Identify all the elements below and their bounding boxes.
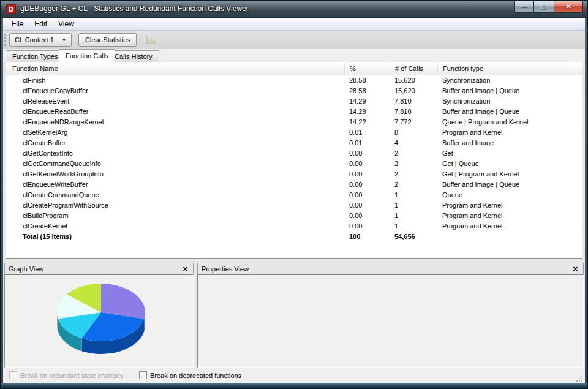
context-select-value: CL Context 1 xyxy=(15,36,54,43)
break-deprecated-checkbox[interactable] xyxy=(139,371,147,379)
cell-type: Synchronization xyxy=(437,96,571,107)
cell-name: clCreateBuffer xyxy=(6,138,344,148)
cell-calls: 4 xyxy=(390,138,437,148)
graph-view-panel: Graph View ✕ xyxy=(4,263,194,368)
close-icon[interactable]: ✕ xyxy=(571,263,579,274)
toolbar-separator xyxy=(75,33,75,47)
maximize-button[interactable]: ▢ xyxy=(534,1,554,13)
table-body: clFinish28.5815,620SynchronizationclEnqu… xyxy=(6,75,582,242)
table-row[interactable]: clGetCommandQueueInfo0.002Get | Queue xyxy=(6,159,582,169)
properties-view-content xyxy=(197,274,584,368)
close-icon[interactable]: ✕ xyxy=(181,263,189,274)
cell-name: clSetKernelArg xyxy=(6,127,344,138)
column-percent[interactable]: % xyxy=(344,62,390,75)
resize-grip[interactable] xyxy=(576,375,583,382)
cell-pct: 0.00 xyxy=(344,190,390,200)
menu-file[interactable]: File xyxy=(6,18,29,30)
cell-calls: 15,620 xyxy=(390,75,437,86)
window-frame-bottom xyxy=(1,383,587,388)
close-button[interactable]: ✕ xyxy=(554,1,583,13)
cell-name: clEnqueueCopyBuffer xyxy=(6,86,344,96)
table-row[interactable]: clEnqueueWriteBuffer0.002Buffer and Imag… xyxy=(6,179,582,190)
table-row[interactable]: clGetContextInfo0.002Get xyxy=(6,148,582,159)
window-title: gDEBugger GL + CL - Statistics and Redun… xyxy=(20,1,249,18)
cell-name: clCreateProgramWithSource xyxy=(6,200,344,211)
cell-calls: 2 xyxy=(390,159,437,169)
cell-pct: 0.00 xyxy=(344,159,390,169)
cell-calls: 2 xyxy=(390,169,437,179)
cell-pct: 14.29 xyxy=(344,96,390,107)
table-row[interactable]: clSetKernelArg0.018Program and Kernel xyxy=(6,127,582,138)
cell-calls: 7,810 xyxy=(390,96,437,107)
table-row[interactable]: clFinish28.5815,620Synchronization xyxy=(6,75,582,86)
properties-view-titlebar[interactable]: Properties View ✕ xyxy=(197,263,584,275)
app-window: D gDEBugger GL + CL - Statistics and Red… xyxy=(0,0,588,389)
menubar: File Edit View xyxy=(1,18,587,31)
bar-chart-icon[interactable] xyxy=(145,34,157,45)
cell-calls: 1 xyxy=(390,221,437,232)
table-row[interactable]: clCreateProgramWithSource0.001Program an… xyxy=(6,200,582,211)
cell-name: Total (15 items) xyxy=(6,232,344,242)
table-row[interactable]: clEnqueueNDRangeKernel14.227,772Queue | … xyxy=(6,117,582,127)
titlebar[interactable]: D gDEBugger GL + CL - Statistics and Red… xyxy=(1,1,587,18)
cell-calls: 7,772 xyxy=(390,117,437,127)
graph-view-titlebar[interactable]: Graph View ✕ xyxy=(4,263,194,275)
cell-type: Get | Program and Kernel xyxy=(437,169,571,179)
graph-view-content xyxy=(4,274,194,368)
statistics-table: Function Name % # of Calls Function type… xyxy=(6,62,582,259)
cell-calls: 1 xyxy=(390,190,437,200)
cell-pct: 0.00 xyxy=(344,211,390,221)
cell-pct: 0.00 xyxy=(344,179,390,190)
cell-type: Program and Kernel xyxy=(437,211,571,221)
table-row[interactable]: clGetKernelWorkGroupInfo0.002Get | Progr… xyxy=(6,169,582,179)
cell-pct: 28.58 xyxy=(344,75,390,86)
table-row[interactable]: Total (15 items)10054,656 xyxy=(6,232,582,242)
gdebugger-logo-icon: D xyxy=(6,4,16,14)
break-redundant-label: Break on redundant state changes xyxy=(20,372,123,379)
table-row[interactable]: clCreateBuffer0.014Buffer and Image xyxy=(6,138,582,148)
properties-view-panel: Properties View ✕ xyxy=(197,263,584,368)
toolbar-separator xyxy=(140,33,140,47)
cell-name: clBuildProgram xyxy=(6,211,344,221)
tab-function-calls[interactable]: Function Calls xyxy=(59,49,115,62)
table-row[interactable]: clEnqueueReadBuffer14.297,810Buffer and … xyxy=(6,107,582,117)
clear-statistics-button[interactable]: Clear Statistics xyxy=(78,33,137,47)
column-function-name[interactable]: Function Name xyxy=(6,62,344,75)
cell-pct: 0.00 xyxy=(344,169,390,179)
cell-name: clGetContextInfo xyxy=(6,148,344,159)
cell-calls: 8 xyxy=(390,127,437,138)
cell-calls: 54,656 xyxy=(390,232,437,242)
menu-edit[interactable]: Edit xyxy=(29,18,53,30)
context-select[interactable]: CL Context 1 ▼ xyxy=(9,33,72,47)
cell-type: Program and Kernel xyxy=(437,127,571,138)
column-num-calls[interactable]: # of Calls xyxy=(390,62,437,75)
table-row[interactable]: clBuildProgram0.001Program and Kernel xyxy=(6,211,582,221)
column-function-type[interactable]: Function type xyxy=(437,62,571,75)
tab-function-types[interactable]: Function Types xyxy=(6,50,64,62)
toolbar-grip[interactable] xyxy=(4,34,6,46)
table-row[interactable]: clReleaseEvent14.297,810Synchronization xyxy=(6,96,582,107)
table-header[interactable]: Function Name % # of Calls Function type xyxy=(6,62,582,75)
cell-pct: 14.22 xyxy=(344,117,390,127)
cell-name: clEnqueueReadBuffer xyxy=(6,107,344,117)
cell-calls: 7,810 xyxy=(390,107,437,117)
table-row[interactable]: clCreateCommandQueue0.001Queue xyxy=(6,190,582,200)
cell-name: clEnqueueNDRangeKernel xyxy=(6,117,344,127)
cell-pct: 0.01 xyxy=(344,127,390,138)
window-frame-left xyxy=(1,18,3,383)
table-row[interactable]: clCreateKernel0.001Program and Kernel xyxy=(6,221,582,232)
minimize-button[interactable]: — xyxy=(514,1,534,13)
table-row[interactable]: clEnqueueCopyBuffer28.5815,620Buffer and… xyxy=(6,86,582,96)
tab-calls-history[interactable]: Calls History xyxy=(108,50,159,62)
cell-name: clEnqueueWriteBuffer xyxy=(6,179,344,190)
break-deprecated-label: Break on deprecated functions xyxy=(150,372,241,379)
cell-calls: 1 xyxy=(390,200,437,211)
cell-pct: 28.58 xyxy=(344,86,390,96)
break-deprecated-checkbox-group: Break on deprecated functions xyxy=(139,371,241,379)
cell-calls: 2 xyxy=(390,148,437,159)
cell-type: Buffer and Image | Queue xyxy=(437,107,571,117)
pie-chart[interactable] xyxy=(5,275,193,367)
window-frame-right xyxy=(585,18,587,383)
cell-name: clGetKernelWorkGroupInfo xyxy=(6,169,344,179)
menu-view[interactable]: View xyxy=(53,18,80,30)
